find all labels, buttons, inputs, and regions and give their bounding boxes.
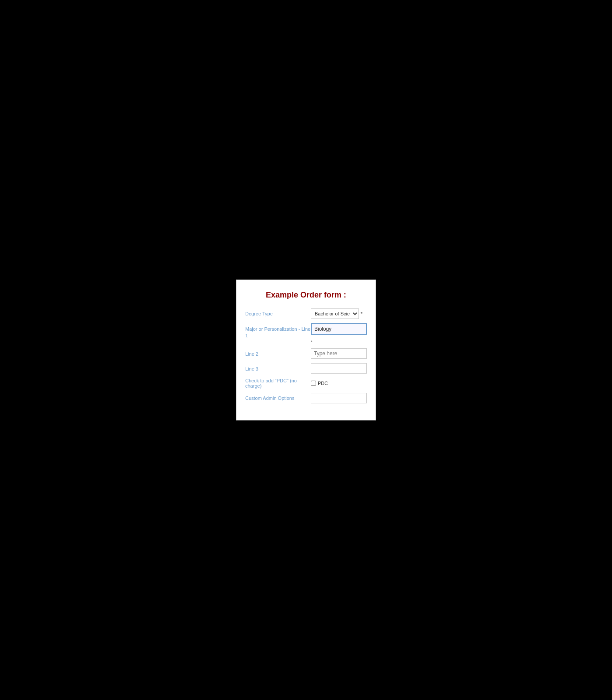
line3-input[interactable]: [311, 363, 367, 374]
form-title: Example Order form :: [245, 290, 367, 300]
custom-admin-input[interactable]: [311, 393, 367, 403]
custom-admin-field: [311, 393, 367, 403]
pdc-field: PDC: [311, 381, 328, 386]
line3-row: Line 3: [245, 363, 367, 374]
line2-label: Line 2: [245, 348, 311, 357]
pdc-checkbox-label: PDC: [318, 381, 328, 386]
degree-type-row: Degree Type Bachelor of Science Master o…: [245, 308, 367, 319]
major-required-star: *: [245, 340, 367, 345]
line2-row: Line 2: [245, 348, 367, 359]
pdc-row: Check to add "PDC" (no charge) PDC: [245, 378, 367, 388]
major-input[interactable]: [311, 323, 367, 335]
degree-type-select[interactable]: Bachelor of Science Master of Science As…: [311, 308, 359, 319]
line3-field: [311, 363, 367, 374]
order-form: Example Order form : Degree Type Bachelo…: [236, 280, 376, 420]
degree-required-star: *: [361, 311, 362, 316]
major-label: Major or Personalization - Line 1: [245, 323, 311, 339]
major-field: [311, 323, 367, 335]
degree-type-field: Bachelor of Science Master of Science As…: [311, 308, 367, 319]
custom-admin-label: Custom Admin Options: [245, 396, 311, 401]
custom-admin-row: Custom Admin Options: [245, 393, 367, 403]
line2-input[interactable]: [311, 348, 367, 359]
major-row: Major or Personalization - Line 1: [245, 323, 367, 339]
line3-label: Line 3: [245, 363, 311, 372]
pdc-checkbox[interactable]: [311, 381, 316, 386]
degree-type-label: Degree Type: [245, 311, 311, 316]
pdc-label: Check to add "PDC" (no charge): [245, 378, 311, 388]
line2-field: [311, 348, 367, 359]
